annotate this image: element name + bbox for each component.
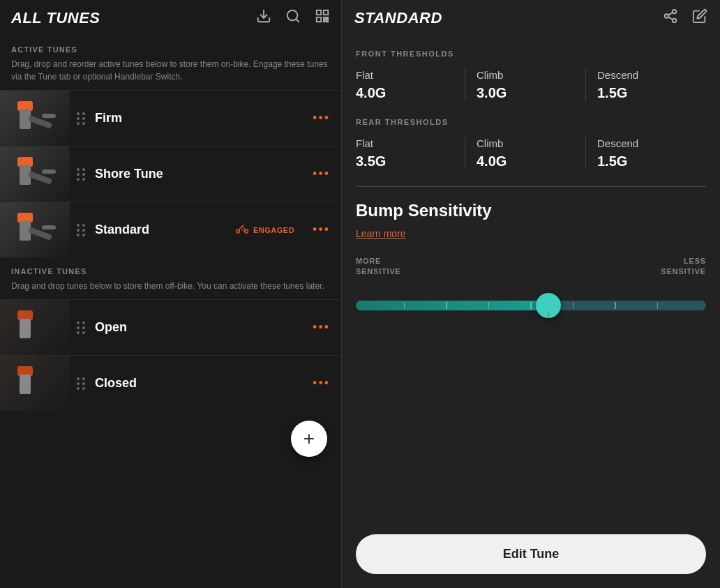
front-flat-col: Flat 4.0G	[356, 69, 465, 101]
drag-handle-shore[interactable]	[70, 168, 92, 181]
svg-line-15	[668, 17, 673, 20]
svg-rect-9	[327, 20, 329, 22]
front-descend-label: Descend	[597, 69, 695, 81]
front-climb-value: 3.0G	[477, 85, 574, 101]
left-header-icons	[256, 8, 330, 27]
active-tunes-desc: Drag, drop and reorder active tunes belo…	[0, 58, 341, 90]
right-header-icons	[663, 8, 707, 27]
edit-tune-button[interactable]: Edit Tune	[356, 534, 706, 574]
front-flat-label: Flat	[356, 69, 453, 81]
tune-thumb-firm	[0, 91, 70, 146]
drag-handle-firm[interactable]	[70, 112, 92, 125]
tune-thumb-open	[0, 300, 70, 356]
tune-item-shore[interactable]: Shore Tune •••	[0, 146, 341, 202]
tune-more-shore[interactable]: •••	[301, 167, 341, 181]
front-climb-col: Climb 3.0G	[465, 69, 585, 101]
svg-rect-4	[324, 10, 328, 15]
tune-name-firm: Firm	[92, 111, 301, 126]
svg-rect-8	[324, 20, 325, 22]
section-divider	[356, 186, 706, 187]
sensitivity-labels: MORESENSITIVE LESSSENSITIVE	[356, 256, 706, 278]
qr-scan-icon[interactable]	[315, 8, 330, 27]
drag-handle-closed[interactable]	[70, 377, 92, 390]
tune-thumb-standard	[0, 202, 70, 258]
tune-more-firm[interactable]: •••	[301, 111, 341, 126]
bike-icon	[235, 224, 249, 236]
rear-climb-label: Climb	[477, 137, 574, 149]
tune-more-closed[interactable]: •••	[301, 376, 341, 391]
learn-more-link[interactable]: Learn more	[356, 228, 406, 239]
svg-line-16	[668, 13, 673, 15]
svg-rect-3	[317, 10, 321, 15]
rear-descend-value: 1.5G	[597, 153, 695, 169]
edit-icon[interactable]	[692, 8, 707, 27]
more-sensitive-label: MORESENSITIVE	[356, 256, 401, 278]
left-panel: ALL TUNES	[0, 0, 342, 588]
inactive-tunes-desc: Drag and drop tunes below to store them …	[0, 280, 341, 299]
tune-more-standard[interactable]: •••	[301, 223, 341, 237]
rear-climb-value: 4.0G	[477, 153, 574, 169]
svg-rect-5	[317, 17, 321, 22]
tune-item-open[interactable]: Open •••	[0, 299, 341, 355]
tune-thumb-closed	[0, 356, 70, 412]
rear-descend-col: Descend 1.5G	[585, 137, 706, 169]
slider-track	[356, 301, 706, 310]
less-sensitive-label: LESSSENSITIVE	[661, 256, 706, 278]
rear-thresholds-label: REAR THRESHOLDS	[356, 118, 706, 126]
svg-rect-6	[324, 17, 326, 20]
front-thresholds-grid: Flat 4.0G Climb 3.0G Descend 1.5G	[356, 69, 706, 101]
rear-flat-col: Flat 3.5G	[356, 137, 465, 169]
svg-line-2	[296, 19, 299, 22]
right-header: STANDARD	[342, 0, 720, 36]
right-panel: STANDARD FRONT THRESHOLDS Flat	[342, 0, 720, 588]
tune-item-standard[interactable]: Standard ENGAGED •••	[0, 202, 341, 257]
active-tunes-label: ACTIVE TUNES	[0, 36, 341, 58]
tune-name-closed: Closed	[92, 376, 301, 391]
front-thresholds-label: FRONT THRESHOLDS	[356, 50, 706, 58]
tune-item-firm[interactable]: Firm •••	[0, 90, 341, 146]
tune-name-shore: Shore Tune	[92, 167, 301, 181]
inactive-tunes-label: INACTIVE TUNES	[0, 257, 341, 280]
tune-name-open: Open	[92, 320, 301, 335]
tune-thumb-shore	[0, 146, 70, 202]
tune-name-standard: Standard	[92, 223, 235, 237]
tune-more-open[interactable]: •••	[301, 320, 341, 335]
download-icon[interactable]	[256, 8, 271, 27]
bump-sensitivity-title: Bump Sensitivity	[356, 201, 706, 220]
drag-handle-open[interactable]	[70, 322, 92, 334]
front-flat-value: 4.0G	[356, 85, 453, 101]
left-header: ALL TUNES	[0, 0, 341, 36]
standard-title: STANDARD	[354, 9, 442, 27]
drag-handle-standard[interactable]	[70, 224, 92, 236]
bump-slider-container[interactable]	[356, 285, 706, 326]
rear-climb-col: Climb 4.0G	[465, 137, 585, 169]
search-icon[interactable]	[285, 8, 301, 27]
front-descend-value: 1.5G	[597, 85, 695, 101]
rear-flat-label: Flat	[356, 137, 453, 149]
add-tune-button[interactable]: +	[291, 421, 327, 457]
rear-thresholds-grid: Flat 3.5G Climb 4.0G Descend 1.5G	[356, 137, 706, 169]
rear-flat-value: 3.5G	[356, 153, 453, 169]
svg-rect-7	[327, 17, 328, 19]
rear-descend-label: Descend	[597, 137, 695, 149]
tune-item-closed[interactable]: Closed •••	[0, 355, 341, 411]
engaged-label: ENGAGED	[253, 226, 294, 234]
front-descend-col: Descend 1.5G	[585, 69, 706, 101]
all-tunes-title: ALL TUNES	[11, 9, 100, 27]
right-content: FRONT THRESHOLDS Flat 4.0G Climb 3.0G De…	[342, 36, 720, 520]
engaged-badge: ENGAGED	[235, 224, 294, 236]
share-icon[interactable]	[663, 8, 678, 27]
front-climb-label: Climb	[477, 69, 574, 81]
